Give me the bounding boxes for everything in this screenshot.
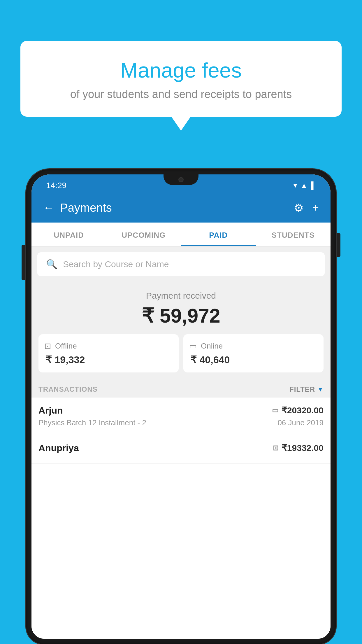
tab-students[interactable]: STUDENTS <box>256 223 331 246</box>
online-payment-icon: ▭ <box>272 406 279 414</box>
bubble-title: Manage fees <box>35 58 327 82</box>
transaction-row-1: Arjun ▭ ₹20320.00 <box>38 405 324 416</box>
student-name-arjun: Arjun <box>38 405 63 416</box>
transaction-list: Arjun ▭ ₹20320.00 Physics Batch 12 Insta… <box>31 398 331 639</box>
offline-card: ⊡ Offline ₹ 19,332 <box>38 334 179 372</box>
header-right: ⚙ + <box>294 202 319 214</box>
online-card: ▭ Online ₹ 40,640 <box>183 334 324 372</box>
filter-icon: ▼ <box>317 386 324 393</box>
notch <box>164 174 198 185</box>
offline-label: Offline <box>55 342 77 351</box>
student-name-anupriya: Anupriya <box>38 443 79 454</box>
transaction-amount-arjun: ▭ ₹20320.00 <box>272 405 324 415</box>
page-title: Payments <box>60 201 112 214</box>
online-card-header: ▭ Online <box>189 341 318 351</box>
payment-total: ₹ 59,972 <box>37 304 325 327</box>
transaction-item-anupriya[interactable]: Anupriya ⊡ ₹19332.00 <box>31 435 331 464</box>
bubble-subtitle: of your students and send receipts to pa… <box>35 88 327 101</box>
header-left: ← Payments <box>43 201 112 214</box>
transactions-header: TRANSACTIONS FILTER ▼ <box>31 378 331 398</box>
transaction-detail-arjun: Physics Batch 12 Installment - 2 06 June… <box>38 418 324 427</box>
offline-amount: ₹ 19,332 <box>44 354 173 365</box>
tab-upcoming[interactable]: UPCOMING <box>106 223 181 246</box>
status-icons: ▾ ▲ ▌ <box>294 181 316 190</box>
content-area: 🔍 Search by Course or Name Payment recei… <box>31 246 331 639</box>
back-button[interactable]: ← <box>43 202 54 214</box>
transaction-row-2: Anupriya ⊡ ₹19332.00 <box>38 443 324 454</box>
online-icon: ▭ <box>189 341 197 351</box>
payment-received-label: Payment received <box>37 291 325 301</box>
phone-screen: 14:29 ▾ ▲ ▌ ← Payments ⚙ + <box>31 174 331 639</box>
transactions-label: TRANSACTIONS <box>38 385 98 393</box>
wifi-icon: ▾ <box>294 181 297 190</box>
tabs-container: UNPAID UPCOMING PAID STUDENTS <box>31 223 331 246</box>
tab-paid[interactable]: PAID <box>181 223 256 246</box>
search-placeholder: Search by Course or Name <box>63 259 169 269</box>
phone-outer: 14:29 ▾ ▲ ▌ ← Payments ⚙ + <box>26 169 336 644</box>
filter-button[interactable]: FILTER ▼ <box>289 385 324 393</box>
signal-icon: ▲ <box>301 181 307 190</box>
status-time: 14:29 <box>46 181 66 190</box>
payment-summary: Payment received ₹ 59,972 ⊡ Offline ₹ 19… <box>31 282 331 378</box>
tab-unpaid[interactable]: UNPAID <box>31 223 106 246</box>
transaction-amount-anupriya: ⊡ ₹19332.00 <box>273 443 324 453</box>
settings-icon[interactable]: ⚙ <box>294 202 304 214</box>
notch-camera <box>178 177 184 182</box>
speech-bubble: Manage fees of your students and send re… <box>20 41 342 117</box>
course-info-arjun: Physics Batch 12 Installment - 2 <box>38 418 146 427</box>
phone-container: 14:29 ▾ ▲ ▌ ← Payments ⚙ + <box>26 169 336 644</box>
transaction-date-arjun: 06 June 2019 <box>277 418 324 427</box>
online-amount: ₹ 40,640 <box>189 354 318 365</box>
online-label: Online <box>201 342 223 351</box>
transaction-item-arjun[interactable]: Arjun ▭ ₹20320.00 Physics Batch 12 Insta… <box>31 398 331 435</box>
payment-cards: ⊡ Offline ₹ 19,332 ▭ Online ₹ 40,640 <box>38 334 324 372</box>
offline-payment-icon-2: ⊡ <box>273 444 279 452</box>
app-header: ← Payments ⚙ + <box>31 193 331 223</box>
offline-icon: ⊡ <box>44 341 51 351</box>
add-icon[interactable]: + <box>312 202 319 214</box>
offline-card-header: ⊡ Offline <box>44 341 173 351</box>
search-bar[interactable]: 🔍 Search by Course or Name <box>37 252 325 276</box>
search-icon: 🔍 <box>46 259 58 270</box>
battery-icon: ▌ <box>311 181 316 190</box>
speech-bubble-container: Manage fees of your students and send re… <box>20 41 342 117</box>
